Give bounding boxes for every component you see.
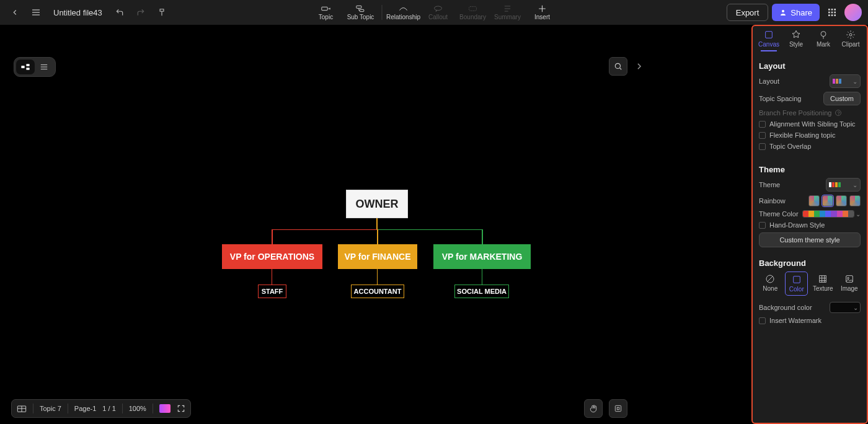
fit-view-button[interactable] (609, 399, 627, 418)
flex-float-check[interactable]: Flexible Floating topic (759, 131, 861, 139)
node-vp-operations[interactable]: VP for OPERATIONS (222, 244, 322, 269)
view-outline[interactable] (35, 60, 53, 74)
svg-point-50 (847, 277, 849, 279)
back-button[interactable] (6, 4, 24, 21)
overlap-check[interactable]: Topic Overlap (759, 143, 861, 150)
svg-rect-20 (831, 12, 833, 14)
svg-rect-16 (828, 9, 830, 11)
svg-rect-23 (831, 14, 833, 16)
svg-rect-25 (21, 66, 24, 68)
canvas[interactable]: OWNER VP for OPERATIONS VP for FINANCE V… (0, 25, 751, 424)
hand-tool-button[interactable] (584, 399, 603, 418)
bg-color-picker[interactable]: ⌄ (830, 302, 861, 313)
bg-opt-color[interactable]: Color (785, 272, 808, 296)
spacing-label: Topic Spacing (759, 95, 802, 102)
svg-rect-26 (26, 64, 29, 66)
menu-button[interactable] (27, 4, 45, 21)
view-toggle (14, 57, 56, 77)
hand-drawn-check[interactable]: Hand-Drawn Style (759, 221, 861, 229)
svg-rect-38 (766, 32, 773, 38)
connector (377, 269, 378, 285)
connector (272, 229, 273, 244)
theme-select[interactable]: ⌄ (826, 178, 861, 192)
status-page[interactable]: Page-1 (74, 405, 96, 412)
align-sibling-check[interactable]: Alignment With Sibling Topic (759, 120, 861, 128)
spacing-button[interactable]: Custom (823, 92, 861, 105)
ai-button[interactable] (159, 404, 170, 413)
tab-style[interactable]: Style (782, 30, 810, 51)
status-zoom[interactable]: 100% (129, 405, 146, 412)
tool-topic[interactable]: Topic (309, 0, 343, 25)
svg-point-40 (849, 33, 852, 36)
svg-rect-27 (26, 68, 29, 69)
svg-point-8 (435, 6, 442, 11)
export-button[interactable]: Export (727, 4, 769, 21)
svg-rect-44 (820, 276, 826, 283)
status-bar: Topic 7 Page-1 1 / 1 100% (11, 399, 191, 418)
tool-summary: Summary (490, 0, 525, 25)
share-button[interactable]: Share (772, 4, 820, 21)
apps-button[interactable] (823, 4, 841, 21)
connector (272, 269, 272, 285)
rainbow-opt-2[interactable] (822, 195, 833, 206)
document-title[interactable]: Untitled file43 (53, 8, 102, 17)
tool-callout: Callout (421, 0, 456, 25)
format-painter-button[interactable] (153, 4, 170, 21)
rainbow-opt-1[interactable] (808, 195, 820, 206)
panel-tabs: Canvas Style Mark Clipart (753, 26, 867, 54)
layout-select[interactable]: ⌄ (830, 74, 861, 88)
svg-rect-6 (356, 6, 361, 8)
svg-rect-37 (617, 407, 619, 410)
node-root[interactable]: OWNER (346, 190, 408, 218)
canvas-right-buttons (584, 399, 627, 418)
node-accountant[interactable]: ACCOUNTANT (351, 285, 404, 298)
tool-insert[interactable]: Insert (525, 0, 560, 25)
rainbow-opt-3[interactable] (836, 195, 847, 206)
tool-subtopic[interactable]: Sub Topic (343, 0, 378, 25)
connector (376, 218, 378, 229)
rainbow-label: Rainbow (759, 197, 786, 205)
bg-opt-texture[interactable]: Texture (812, 272, 834, 296)
watermark-check[interactable]: Insert Watermark (759, 317, 861, 324)
svg-rect-9 (469, 7, 477, 11)
theme-label: Theme (759, 181, 780, 188)
panel-collapse-button[interactable] (635, 58, 644, 74)
info-icon[interactable]: ? (835, 110, 841, 116)
svg-line-42 (768, 276, 773, 281)
rainbow-opt-4[interactable] (849, 195, 861, 206)
fullscreen-button[interactable] (177, 404, 185, 413)
connector (482, 229, 483, 244)
tab-mark[interactable]: Mark (810, 30, 837, 51)
section-layout-title: Layout (759, 61, 861, 71)
svg-rect-18 (834, 9, 836, 11)
layout-label: Layout (759, 77, 779, 85)
search-button[interactable] (609, 57, 627, 76)
tool-relationship[interactable]: Relationship (386, 0, 421, 25)
redo-button[interactable] (132, 4, 149, 21)
node-vp-finance[interactable]: VP for FINANCE (338, 244, 417, 269)
pages-button[interactable] (17, 404, 27, 413)
svg-point-39 (821, 32, 826, 37)
tab-clipart[interactable]: Clipart (837, 30, 864, 51)
bg-opt-none[interactable]: None (759, 272, 781, 296)
svg-rect-22 (828, 14, 830, 16)
svg-rect-21 (834, 12, 836, 14)
svg-rect-17 (831, 9, 833, 11)
theme-color-strip[interactable] (802, 210, 854, 218)
svg-point-15 (782, 10, 784, 12)
right-panel: Canvas Style Mark Clipart Layout Layout … (751, 25, 868, 424)
svg-rect-49 (846, 276, 852, 283)
svg-rect-19 (828, 12, 830, 14)
avatar[interactable] (844, 4, 862, 21)
undo-button[interactable] (111, 4, 128, 21)
node-vp-marketing[interactable]: VP for MARKETING (433, 244, 531, 269)
svg-rect-43 (793, 276, 800, 283)
node-staff[interactable]: STAFF (258, 285, 286, 298)
view-mindmap[interactable] (16, 60, 35, 74)
branch-free-row: Branch Free Positioning ? (759, 109, 861, 117)
tab-canvas[interactable]: Canvas (755, 30, 782, 51)
node-social-media[interactable]: SOCIAL MEDIA (454, 285, 509, 298)
status-topic: Topic 7 (40, 405, 61, 412)
custom-theme-button[interactable]: Custom theme style (759, 232, 861, 247)
bg-opt-image[interactable]: Image (838, 272, 861, 296)
